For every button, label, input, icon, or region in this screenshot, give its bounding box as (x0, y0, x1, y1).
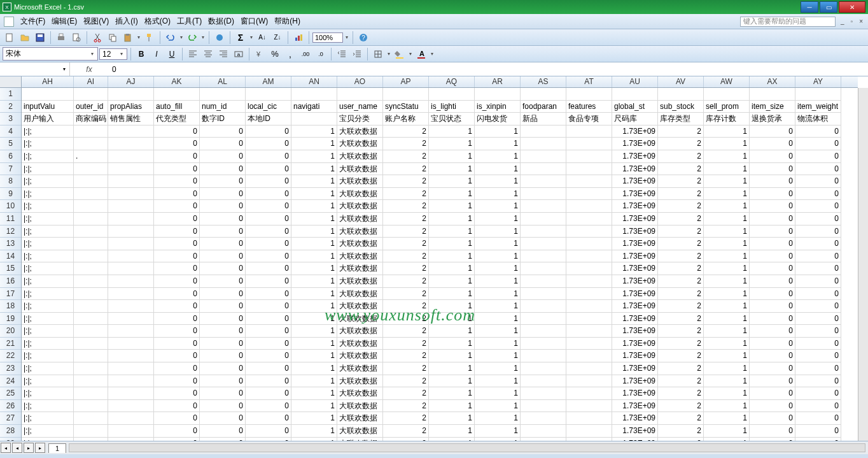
font-size-combo[interactable]: 12▾ (99, 48, 127, 60)
cell[interactable] (566, 150, 612, 163)
cell[interactable]: 2 (658, 387, 704, 400)
cell[interactable] (74, 88, 108, 101)
row-header[interactable]: 28 (0, 425, 21, 438)
cell[interactable]: 0 (750, 400, 795, 413)
cell[interactable]: 1.73E+09 (612, 438, 658, 441)
cell[interactable]: 1 (291, 238, 337, 250)
cell[interactable]: 0 (795, 275, 841, 288)
autosum-icon[interactable]: Σ (234, 31, 248, 45)
cell[interactable]: 2 (658, 150, 704, 163)
cell[interactable]: auto_fill (154, 101, 200, 113)
cell[interactable]: 1 (429, 400, 475, 413)
cell[interactable]: 1 (704, 150, 750, 163)
cell[interactable] (475, 88, 521, 101)
cell[interactable]: 物流体积 (795, 113, 841, 125)
currency-icon[interactable]: ¥ (253, 47, 267, 61)
cell[interactable]: |:|; (22, 362, 74, 375)
cell[interactable]: 0 (200, 300, 246, 313)
cell[interactable] (566, 313, 612, 326)
cell[interactable]: 2 (383, 362, 429, 375)
cell[interactable]: 0 (795, 238, 841, 250)
cell[interactable]: 1 (429, 338, 475, 350)
cell[interactable]: 1 (291, 375, 337, 388)
cell[interactable]: 0 (246, 262, 291, 275)
cell[interactable] (566, 163, 612, 176)
cell[interactable]: 0 (795, 350, 841, 362)
cell[interactable]: 闪电发货 (475, 113, 521, 125)
cell[interactable]: 1 (704, 412, 750, 425)
cell[interactable] (521, 175, 566, 188)
cell[interactable] (74, 288, 108, 301)
cell[interactable]: 1 (429, 375, 475, 388)
cell[interactable] (74, 425, 108, 438)
cell[interactable]: 1.73E+09 (612, 425, 658, 438)
cell[interactable]: 数字ID (200, 113, 246, 125)
cell[interactable] (566, 213, 612, 225)
row-header[interactable]: 25 (0, 387, 21, 400)
cell[interactable] (200, 88, 246, 101)
cell[interactable]: 0 (750, 313, 795, 326)
cell[interactable]: 1.73E+09 (612, 150, 658, 163)
cell[interactable]: 0 (750, 438, 795, 441)
cell[interactable] (566, 125, 612, 138)
help-search-input[interactable] (740, 17, 836, 27)
cell[interactable]: 0 (750, 375, 795, 388)
cell[interactable]: 1 (704, 125, 750, 138)
row-header[interactable]: 22 (0, 350, 21, 362)
cell[interactable]: 0 (200, 238, 246, 250)
chart-icon[interactable] (291, 31, 305, 45)
cell[interactable]: 2 (658, 213, 704, 225)
cell[interactable]: |:|; (22, 338, 74, 350)
cell[interactable] (566, 250, 612, 263)
cell[interactable]: 1 (704, 238, 750, 250)
cell[interactable]: 1.73E+09 (612, 275, 658, 288)
cell[interactable]: 2 (658, 250, 704, 263)
minimize-button[interactable]: ─ (801, 1, 818, 13)
cell[interactable]: 0 (795, 300, 841, 313)
menu-file[interactable]: 文件(F) (18, 15, 48, 28)
cell[interactable]: 用户输入 (22, 113, 74, 125)
cell[interactable]: 0 (154, 375, 200, 388)
cell[interactable]: 0 (246, 387, 291, 400)
cell[interactable]: 1 (291, 225, 337, 238)
cell[interactable]: |:|; (22, 288, 74, 301)
cell[interactable]: 1.73E+09 (612, 213, 658, 225)
cell[interactable]: 0 (246, 300, 291, 313)
cell[interactable]: 1.73E+09 (612, 350, 658, 362)
cell[interactable]: |:|; (22, 425, 74, 438)
cell[interactable]: 1 (291, 262, 337, 275)
new-icon[interactable] (3, 31, 17, 45)
cell[interactable]: 1 (429, 138, 475, 150)
cell[interactable]: |:|; (22, 200, 74, 213)
cell[interactable]: 2 (383, 213, 429, 225)
cell[interactable]: 退换货承 (750, 113, 795, 125)
cell[interactable] (521, 225, 566, 238)
name-box[interactable]: ▾ (0, 62, 70, 76)
cell[interactable]: 本地ID (246, 113, 291, 125)
cell[interactable]: 2 (383, 425, 429, 438)
cell[interactable]: 0 (154, 300, 200, 313)
cell[interactable]: 2 (658, 138, 704, 150)
cell[interactable]: 0 (154, 438, 200, 441)
cell[interactable] (22, 88, 74, 101)
cell[interactable]: 1 (475, 213, 521, 225)
cell[interactable] (108, 338, 154, 350)
cell[interactable]: 账户名称 (383, 113, 429, 125)
cell[interactable]: syncStatu (383, 101, 429, 113)
fx-label[interactable]: fx (70, 65, 108, 74)
cell[interactable]: 0 (750, 188, 795, 201)
row-header[interactable]: 29 (0, 438, 21, 441)
cell[interactable]: 0 (750, 325, 795, 338)
cell[interactable]: 0 (246, 200, 291, 213)
cell[interactable]: 1 (475, 188, 521, 201)
cell[interactable]: 1.73E+09 (612, 250, 658, 263)
cell[interactable]: 0 (200, 313, 246, 326)
font-color-icon[interactable]: A (414, 47, 428, 61)
cell[interactable]: 0 (200, 188, 246, 201)
cell[interactable]: 0 (795, 250, 841, 263)
percent-icon[interactable]: % (268, 47, 282, 61)
cell[interactable]: 0 (795, 188, 841, 201)
cell[interactable] (521, 387, 566, 400)
cell[interactable] (337, 88, 383, 101)
cell[interactable]: 1 (704, 325, 750, 338)
